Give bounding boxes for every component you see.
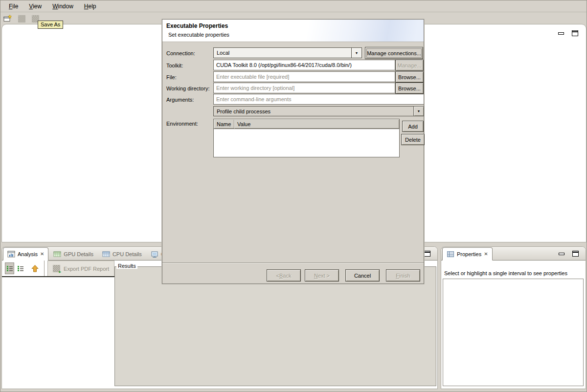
results-group: Results [114,266,436,386]
environment-table[interactable]: Name Value [213,119,400,157]
delete-environment-button[interactable]: Delete [401,134,425,145]
menu-window-label: indow [58,3,73,10]
menu-window[interactable]: Window [48,1,78,11]
up-arrow-icon [31,264,39,273]
minimize-icon[interactable] [558,32,564,35]
analysis-panel-window-buttons [424,251,430,257]
tab-analysis-label: Analysis [18,251,38,257]
export-pdf-icon [53,265,60,272]
manage-toolkit-button: Manage... [395,60,424,71]
environment-table-header: Name Value [214,119,399,129]
column-header-name[interactable]: Name [214,119,234,129]
tab-gpu-details[interactable]: GPU Details [49,248,97,260]
cpu-details-icon [102,250,110,258]
unguided-list-icon [17,264,24,272]
cancel-button[interactable]: Cancel [345,269,380,282]
next-button-mnemonic: N [314,273,318,279]
new-session-icon [3,15,12,22]
browse-file-button[interactable]: Browse... [395,71,424,83]
close-icon[interactable]: ✕ [40,251,44,257]
toolkit-input[interactable] [213,60,395,70]
properties-empty-box [443,279,584,386]
environment-label: Environment: [166,121,198,127]
analysis-steps-area: Export PDF Report [2,261,114,389]
file-label: File: [166,74,177,80]
working-directory-label: Working directory: [166,86,209,91]
properties-panel: Properties ✕ Select or highlight a singl… [441,246,586,389]
dialog-banner: Executable Properties Set executable pro… [162,20,424,42]
editor-window-buttons [558,30,578,36]
dialog-subtitle: Set executable properties [168,32,229,38]
file-input[interactable] [213,71,395,82]
dialog-separator [162,262,424,263]
menu-file-label: ile [12,3,18,10]
connection-select[interactable]: Local ▼ [213,47,362,58]
menu-help-label: elp [89,3,96,10]
tab-cpu-details[interactable]: CPU Details [98,248,146,260]
properties-icon [447,250,454,258]
application-window: File View Window Help Save As [0,0,587,392]
menu-view[interactable]: View [24,1,46,11]
tab-cpu-details-label: CPU Details [113,251,142,257]
properties-panel-window-buttons [559,251,579,257]
finish-button-mnemonic: F [396,273,399,279]
guided-list-icon [6,264,14,272]
add-environment-button[interactable]: Add [402,121,424,132]
menu-window-mnemonic: W [52,3,58,10]
properties-panel-tabbar: Properties ✕ [441,247,586,261]
next-button-label: ext > [318,273,330,279]
back-button-label: ack [283,273,291,279]
new-session-button[interactable] [3,14,13,23]
tab-properties-label: Properties [457,251,481,257]
manage-connections-button[interactable]: Manage connections... [365,47,423,59]
menu-bar: File View Window Help [0,0,587,12]
back-up-button[interactable] [30,262,40,274]
arguments-label: Arguments: [166,97,194,103]
toolbar-separator [44,261,45,276]
arguments-input[interactable] [213,94,424,105]
menu-view-mnemonic: V [29,3,33,10]
maximize-icon[interactable] [572,251,579,257]
finish-button: Finish [386,269,420,282]
browse-working-directory-button[interactable]: Browse... [395,83,424,94]
tab-properties[interactable]: Properties ✕ [442,247,493,261]
save-icon [18,15,25,22]
back-button: < Back [267,269,301,282]
menu-help[interactable]: Help [80,1,101,11]
unguided-analysis-button[interactable] [16,262,25,274]
maximize-icon[interactable] [424,251,430,257]
close-icon[interactable]: ✕ [484,251,488,257]
analysis-toolbar: Export PDF Report [2,261,114,277]
properties-message: Select or highlight a single interval to… [444,270,567,276]
maximize-icon[interactable] [572,30,578,36]
menu-help-mnemonic: H [84,3,89,10]
chevron-down-icon[interactable]: ▼ [413,107,424,116]
menu-file[interactable]: File [4,1,23,11]
tab-analysis[interactable]: Analysis ✕ [3,247,48,261]
results-group-label: Results [116,263,137,269]
connection-value: Local [214,50,351,56]
column-header-value[interactable]: Value [234,119,399,129]
gpu-details-icon [53,250,61,258]
save-as-tooltip: Save As [38,21,63,29]
profile-mode-select[interactable]: Profile child processes ▼ [213,106,424,116]
analysis-icon [7,250,15,258]
profile-mode-value: Profile child processes [214,109,413,114]
executable-properties-dialog: Executable Properties Set executable pro… [162,19,424,284]
dialog-title: Executable Properties [166,22,228,29]
export-pdf-report-button[interactable]: Export PDF Report [47,261,114,276]
export-pdf-label: Export PDF Report [64,266,109,272]
back-button-mnemonic: B [279,273,283,279]
save-button [17,14,26,23]
working-directory-input[interactable] [213,83,395,93]
guided-analysis-button[interactable] [5,262,14,274]
next-button: Next > [305,269,339,282]
chevron-down-icon[interactable]: ▼ [351,48,361,58]
properties-panel-content: Select or highlight a single interval to… [441,261,586,389]
minimize-icon[interactable] [559,253,564,255]
connection-label: Connection: [166,50,195,56]
toolkit-label: Toolkit: [166,63,183,68]
finish-button-label: inish [399,273,410,279]
tab-gpu-details-label: GPU Details [64,251,93,257]
console-icon [151,250,158,258]
